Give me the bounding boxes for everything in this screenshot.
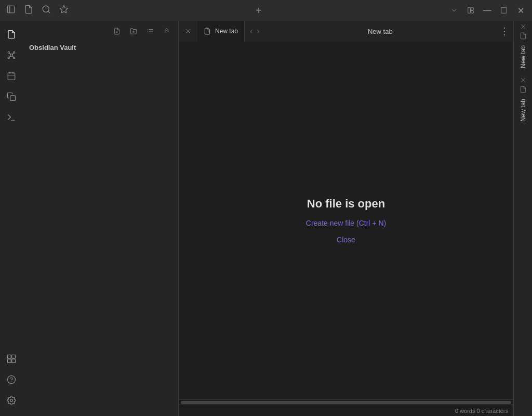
svg-marker-4	[60, 6, 68, 13]
close-link[interactable]: Close	[337, 236, 355, 244]
create-new-file-link[interactable]: Create new file (Ctrl + N)	[306, 219, 386, 227]
file-explorer: Obsidian Vault	[23, 21, 179, 416]
svg-line-16	[9, 56, 10, 57]
svg-point-13	[14, 57, 15, 59]
right-tab-2-close-button[interactable]	[517, 74, 529, 86]
activity-bar	[0, 21, 23, 416]
svg-rect-8	[501, 8, 507, 14]
editor-content: No file is open Create new file (Ctrl + …	[179, 42, 513, 399]
tab-title: New tab	[215, 28, 238, 35]
right-tab-1: New tab	[517, 21, 529, 70]
sidebar-toggle-icon[interactable]	[6, 5, 16, 16]
svg-point-12	[8, 57, 9, 59]
svg-rect-6	[471, 8, 474, 10]
files-activity-icon[interactable]	[2, 25, 21, 44]
svg-line-14	[9, 53, 10, 54]
svg-point-10	[8, 51, 9, 53]
forward-button[interactable]: ›	[256, 25, 260, 37]
status-words: 0 words	[455, 408, 475, 414]
svg-rect-26	[8, 359, 11, 363]
minimize-button[interactable]: —	[482, 5, 493, 16]
help-activity-icon[interactable]	[2, 370, 21, 389]
svg-rect-0	[7, 6, 15, 13]
svg-point-11	[14, 51, 15, 53]
right-panel: New tab New tab	[513, 21, 532, 416]
scrollbar-area	[179, 399, 513, 405]
search-title-icon[interactable]	[42, 5, 51, 16]
svg-line-3	[48, 11, 49, 12]
new-folder-button[interactable]	[126, 24, 141, 38]
vault-name: Obsidian Vault	[23, 42, 178, 54]
tab-more-button[interactable]: ⋮	[500, 25, 509, 37]
files-title-icon[interactable]	[24, 5, 33, 16]
close-button[interactable]: ✕	[515, 5, 526, 16]
right-tab-2: New tab	[517, 74, 529, 124]
right-tab-1-label[interactable]: New tab	[520, 43, 527, 70]
back-button[interactable]: ‹	[249, 25, 254, 37]
tab-nav: ‹ ›	[245, 25, 265, 37]
svg-rect-7	[471, 11, 474, 14]
terminal-activity-icon[interactable]	[2, 108, 21, 127]
tab-bar-left: New tab	[179, 21, 245, 42]
right-tab-2-file-icon	[520, 86, 527, 95]
right-tab-1-close-button[interactable]	[517, 21, 529, 32]
install-activity-icon[interactable]	[2, 349, 21, 368]
no-file-title: No file is open	[307, 197, 385, 211]
svg-rect-5	[468, 8, 471, 14]
svg-rect-27	[12, 359, 16, 363]
right-tab-2-label[interactable]: New tab	[520, 97, 527, 124]
right-tab-1-file-icon	[520, 32, 527, 41]
close-tab-left-button[interactable]	[179, 21, 197, 42]
status-characters: 0 characters	[476, 408, 508, 414]
collapse-all-button[interactable]	[159, 24, 174, 38]
svg-point-30	[10, 399, 13, 402]
tab-bar: New tab ‹ › New tab ⋮	[179, 21, 513, 42]
new-tab-tab[interactable]: New tab	[197, 21, 245, 42]
center-panel: New tab ‹ › New tab ⋮ No file is open Cr…	[179, 21, 513, 416]
tab-bar-right: ⋮	[496, 25, 513, 37]
title-bar-right: — ✕	[449, 5, 526, 16]
title-bar-center: +	[77, 5, 441, 17]
calendar-activity-icon[interactable]	[2, 67, 21, 85]
svg-line-17	[12, 56, 14, 57]
tab-center-title: New tab	[265, 28, 496, 35]
maximize-button[interactable]	[499, 5, 509, 16]
title-bar-left	[6, 5, 69, 16]
settings-activity-icon[interactable]	[2, 391, 21, 410]
graph-activity-icon[interactable]	[2, 46, 21, 64]
copy-activity-icon[interactable]	[2, 87, 21, 106]
svg-rect-18	[8, 73, 15, 80]
svg-rect-22	[10, 96, 16, 101]
new-tab-button[interactable]: +	[256, 5, 262, 17]
svg-rect-24	[8, 355, 11, 359]
main-layout: Obsidian Vault New tab ‹ › New tab ⋮	[0, 21, 532, 416]
layout-button[interactable]	[466, 5, 476, 16]
dropdown-button[interactable]	[449, 5, 459, 16]
bookmark-title-icon[interactable]	[59, 5, 69, 16]
status-bar: 0 words 0 characters	[179, 405, 513, 416]
svg-rect-25	[12, 355, 16, 359]
new-note-button[interactable]	[110, 24, 124, 38]
title-bar: + — ✕	[0, 0, 532, 21]
svg-point-28	[8, 376, 16, 384]
scrollbar-track[interactable]	[181, 401, 511, 404]
sort-button[interactable]	[143, 24, 157, 38]
scrollbar-thumb[interactable]	[181, 401, 511, 404]
file-explorer-header	[23, 21, 178, 42]
svg-line-15	[12, 53, 14, 54]
